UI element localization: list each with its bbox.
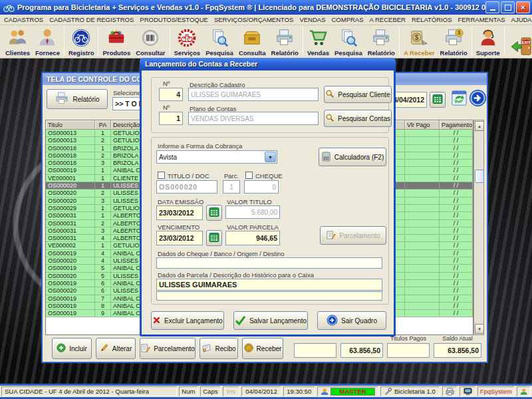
- table-scrollbar[interactable]: ▲ ▼: [473, 120, 484, 335]
- due-date-field[interactable]: 23/03/2012: [156, 231, 203, 245]
- titulo-doc-checkbox[interactable]: [158, 172, 165, 179]
- emission-calendar-button[interactable]: [206, 205, 222, 221]
- account-field[interactable]: VENDAS DIVERSAS: [188, 112, 319, 125]
- toolbar-fornece-button[interactable]: Fornece: [33, 25, 63, 58]
- emission-date-field[interactable]: 23/03/2012: [156, 205, 203, 220]
- cell: / /: [440, 152, 473, 160]
- control-exit-arrow-button[interactable]: [468, 89, 487, 108]
- menu-ajuda[interactable]: AJUDA: [511, 16, 532, 23]
- scroll-up-icon[interactable]: ▲: [475, 121, 484, 131]
- restore-button[interactable]: [501, 1, 515, 13]
- scrollbar-thumb[interactable]: [475, 170, 484, 183]
- chevron-down-icon[interactable]: ▼: [265, 152, 276, 162]
- parcelamento-button[interactable]: Parcelamento: [140, 338, 196, 359]
- cell: 7: [95, 295, 111, 303]
- history-field[interactable]: ULISSES GUIMARAES: [156, 279, 382, 291]
- toolbar-label: Relatório: [440, 49, 467, 57]
- header-vlr-pago[interactable]: Vlr Pago: [405, 120, 440, 130]
- minimize-button[interactable]: [485, 1, 499, 13]
- toolbar-relatorio-button[interactable]: Relatório: [365, 25, 398, 58]
- menu-ferramentas[interactable]: FERRAMENTAS: [458, 16, 505, 23]
- toolbar-pesquisa-button[interactable]: Pesquisa: [332, 25, 365, 58]
- user-icon: [520, 388, 527, 396]
- status-printer-panel[interactable]: [442, 386, 458, 396]
- bicycle-registry-icon: [71, 27, 91, 49]
- parcel-value-field[interactable]: 946,65: [225, 231, 280, 245]
- toolbar-registro-button[interactable]: Registro: [66, 25, 97, 58]
- toolbar-clientes-button[interactable]: Clientes: [3, 25, 33, 58]
- toolbar-suporte-button[interactable]: Suporte: [473, 25, 503, 58]
- cheque-label: CHEQUE: [255, 172, 283, 180]
- toolbar-exit-button[interactable]: EXIT: [506, 25, 532, 58]
- status-app-name: Bicicletaria 1.0: [394, 388, 436, 395]
- installments-button[interactable]: Parcelamento: [320, 226, 386, 245]
- toolbar-relatorio-button[interactable]: $Relatório: [438, 25, 470, 58]
- magnifier-icon: [325, 113, 334, 124]
- toolbar-servicos-button[interactable]: Serviços: [172, 25, 203, 58]
- cell: / /: [440, 167, 473, 174]
- history-label: Dados da Parcela / Descrição do Históric…: [158, 271, 314, 279]
- menu-compras[interactable]: COMPRAS: [332, 16, 364, 23]
- incluir-button[interactable]: Incluir: [52, 338, 92, 359]
- status-computer-panel[interactable]: [460, 386, 475, 396]
- cell: VE000001: [46, 175, 95, 182]
- red-x-icon: [152, 316, 161, 326]
- cell: [405, 287, 440, 295]
- doc-number-field[interactable]: OS000020: [156, 180, 217, 194]
- toolbar-consulta-button[interactable]: Consulta: [236, 25, 269, 58]
- menu-cadastro-de-registros[interactable]: CADASTRO DE REGISTROS: [49, 16, 134, 23]
- header-pagamento[interactable]: Pagamento: [440, 120, 473, 130]
- scroll-down-icon[interactable]: ▼: [475, 324, 484, 334]
- cell: 4: [95, 250, 111, 257]
- toolbar-a-receber-button[interactable]: $A Receber: [401, 25, 438, 58]
- control-calendar-button[interactable]: [430, 92, 446, 108]
- cheque-count-field[interactable]: 0: [244, 180, 279, 194]
- menu-cadastros[interactable]: CADASTROS: [4, 16, 43, 23]
- toolbar-pesquisa-button[interactable]: Pesquisa: [203, 25, 236, 58]
- recibo-button[interactable]: Recibo: [200, 338, 238, 359]
- calculator-button[interactable]: Calculadora (F2): [319, 148, 386, 166]
- header-pa[interactable]: PA: [95, 120, 111, 130]
- header-titulo[interactable]: Titulo: [46, 120, 95, 130]
- toolbar: ClientesForneceRegistroProdutosConsultar…: [0, 25, 532, 59]
- cheque-checkbox[interactable]: [245, 172, 253, 179]
- cell: 9: [95, 310, 111, 317]
- status-user: MASTER: [331, 388, 375, 396]
- status-date: 04/04/2012: [241, 386, 281, 396]
- account-no-field[interactable]: 1: [159, 112, 183, 125]
- toolbar-relatorio-button[interactable]: Relatório: [269, 25, 301, 58]
- alterar-button[interactable]: Alterar: [96, 338, 136, 359]
- history-field-2[interactable]: [156, 291, 382, 301]
- cell: 2: [95, 152, 111, 160]
- svg-text:$: $: [458, 29, 461, 36]
- delete-entry-button[interactable]: Excluir Lançamento: [151, 311, 224, 330]
- search-client-button[interactable]: Pesquisar Cliente: [324, 86, 392, 103]
- menu-vendas[interactable]: VENDAS: [299, 16, 325, 23]
- close-button[interactable]: ×: [516, 1, 530, 13]
- parc-field[interactable]: 1: [223, 180, 240, 194]
- menu-a-receber[interactable]: A RECEBER: [370, 16, 406, 23]
- receber-button[interactable]: Receber: [242, 338, 283, 359]
- billing-combo[interactable]: Avista ▼: [156, 150, 277, 164]
- save-entry-button[interactable]: Salvar Lançamento: [233, 311, 308, 330]
- toolbar-vendas-button[interactable]: Vendas: [305, 25, 332, 58]
- cell: 5: [95, 273, 111, 280]
- dialog-exit-button[interactable]: Sair Quadro: [317, 311, 386, 330]
- cheque-info-field[interactable]: [156, 257, 382, 269]
- toolbar-produtos-button[interactable]: Produtos: [100, 25, 133, 58]
- due-calendar-button[interactable]: [206, 230, 222, 246]
- report-button[interactable]: Relatório: [47, 89, 108, 109]
- cell: OS000018: [46, 152, 95, 160]
- titulo-value-field[interactable]: 5.680,00: [225, 205, 280, 219]
- cell: 1: [95, 182, 111, 190]
- menu-relatorios[interactable]: RELATÓRIOS: [412, 16, 452, 23]
- client-no-field[interactable]: 4: [159, 88, 183, 101]
- toolbar-consultar-button[interactable]: Consultar: [133, 25, 168, 58]
- client-desc-field[interactable]: ULISSES GUIMARAES: [188, 88, 319, 101]
- menu-produtos-estoque[interactable]: PRODUTOS/ESTOQUE: [140, 16, 208, 23]
- cell: 1: [95, 167, 111, 174]
- refresh-button[interactable]: [450, 89, 468, 108]
- cell: / /: [440, 295, 473, 303]
- search-account-button[interactable]: Pesquisar Contas: [324, 110, 392, 127]
- menu-servicos-orcamentos[interactable]: SERVIÇOS/ORÇAMENTOS: [214, 16, 293, 23]
